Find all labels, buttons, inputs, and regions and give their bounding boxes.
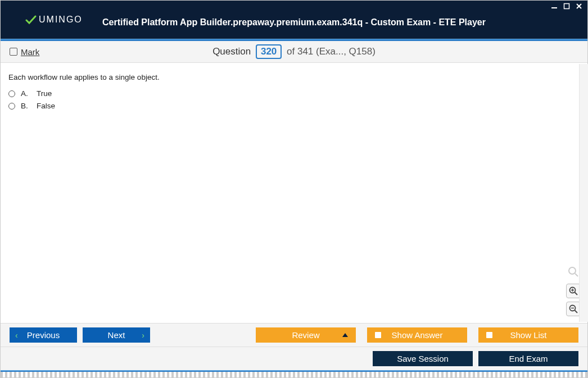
button-label: Save Session [397,354,449,363]
previous-button[interactable]: ‹ Previous [10,327,77,343]
button-label: Review [292,330,319,340]
svg-line-11 [575,311,578,313]
checkbox-icon [10,48,17,56]
option-text: False [37,102,55,110]
end-exam-button[interactable]: End Exam [478,351,578,366]
button-label: Previous [27,330,60,340]
mark-label: Mark [21,47,39,57]
close-button[interactable] [574,2,584,11]
option-letter: A. [21,89,31,98]
question-body: Each workflow rule applies to a single o… [1,63,587,323]
chevron-left-icon: ‹ [15,331,18,340]
nav-button-row: ‹ Previous Next › Review Show Answer Sho… [1,323,587,347]
button-label: Next [108,330,125,340]
question-counter: Question 320 of 341 (Exa..., Q158) [1,44,587,59]
radio-icon [8,90,15,97]
show-list-button[interactable]: Show List [478,327,578,343]
checkbox-icon [375,332,381,338]
session-button-row: Save Session End Exam [1,347,587,370]
question-stem: Each workflow rule applies to a single o… [8,73,580,81]
question-number-input[interactable]: 320 [256,44,282,59]
resize-grip[interactable] [1,372,587,377]
scrollbar-track[interactable] [579,64,588,322]
question-header-bar: Mark Question 320 of 341 (Exa..., Q158) [1,41,587,63]
checkbox-icon [486,332,492,338]
window-controls [549,2,584,11]
radio-icon [8,103,15,110]
mark-checkbox[interactable]: Mark [10,47,39,57]
button-label: Show List [510,330,546,340]
question-word: Question [212,46,251,57]
option-b[interactable]: B. False [8,102,580,110]
option-text: True [37,89,52,98]
option-letter: B. [21,102,31,110]
title-bar: UMINGO Certified Platform App Builder.pr… [1,1,587,39]
chevron-right-icon: › [142,331,144,340]
window-title: Certified Platform App Builder.prepaway.… [1,17,587,28]
svg-line-5 [575,274,578,276]
review-button[interactable]: Review [256,327,356,343]
triangle-up-icon [342,333,348,337]
svg-point-4 [569,267,576,274]
maximize-button[interactable] [562,2,572,11]
show-answer-button[interactable]: Show Answer [367,327,467,343]
question-of-text: of 341 (Exa..., Q158) [287,46,376,57]
svg-rect-1 [564,4,569,9]
minimize-button[interactable] [549,2,559,11]
button-label: Show Answer [392,330,443,340]
option-a[interactable]: A. True [8,89,580,98]
svg-line-7 [575,293,578,295]
button-label: End Exam [509,354,548,363]
next-button[interactable]: Next › [83,327,150,343]
save-session-button[interactable]: Save Session [373,351,473,366]
